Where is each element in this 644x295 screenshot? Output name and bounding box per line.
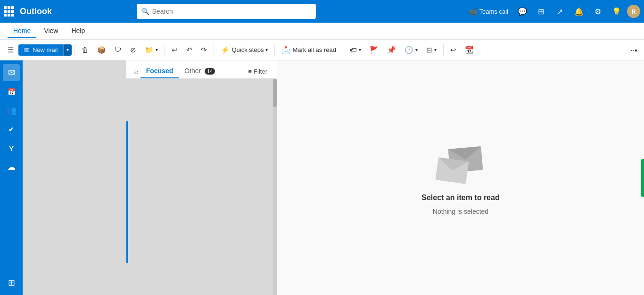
- sidebar-item-people[interactable]: 👥: [3, 102, 20, 119]
- mail-nav-icon: ✉: [8, 67, 15, 78]
- flag-icon: 🚩: [370, 46, 379, 54]
- ribbon-collapse-button[interactable]: ▲: [630, 45, 642, 54]
- main-content: ✉ 📅 👥 ✔ Y ☁ ⊞ ○ Focused Other 14: [0, 60, 644, 295]
- filter-button[interactable]: ≡ Filter: [245, 66, 271, 77]
- redo-icon: ↷: [201, 46, 207, 54]
- search-box[interactable]: 🔍: [137, 4, 316, 19]
- share-icon: ↗: [555, 7, 565, 16]
- bell-icon: 🔔: [574, 7, 584, 16]
- scroll-thumb[interactable]: [273, 79, 277, 107]
- junk-button[interactable]: 🛡: [111, 44, 125, 56]
- lightbulb-icon: 💡: [612, 7, 621, 16]
- teams-call-button[interactable]: 📹 Teams call: [464, 4, 512, 19]
- divider-4: [274, 44, 275, 56]
- sidebar-item-yammer[interactable]: Y: [3, 140, 20, 157]
- divider-3: [214, 44, 214, 56]
- chevron-down-icon-qs: ▾: [265, 47, 268, 52]
- topbar-right: 📹 Teams call 💬 ⊞ ↗ 🔔 ⚙ 💡 R: [464, 4, 640, 19]
- tag-icon: 🏷: [350, 46, 357, 54]
- sidebar-item-calendar[interactable]: 📅: [3, 83, 20, 100]
- ribbon-tabs: Home View Help: [0, 23, 644, 40]
- envelope-illustration: [432, 141, 489, 188]
- junk-icon: 🛡: [115, 46, 122, 54]
- hamburger-icon: ☰: [8, 46, 14, 54]
- undo3-button[interactable]: ↩: [446, 44, 460, 56]
- filter-label: Filter: [254, 68, 267, 75]
- undo3-icon: ↩: [450, 46, 456, 54]
- chevron-down-icon-tag: ▾: [359, 47, 361, 52]
- sidebar-item-todo[interactable]: ✔: [3, 121, 20, 138]
- todo-nav-icon: ✔: [8, 126, 14, 133]
- undo-button[interactable]: ↩: [168, 44, 182, 56]
- scroll-track[interactable]: [273, 79, 277, 295]
- topbar: Outlook 🔍 📹 Teams call 💬 ⊞ ↗ 🔔 ⚙ 💡 R: [0, 0, 644, 23]
- chevron-down-icon-cat: ▾: [434, 47, 437, 52]
- tab-home[interactable]: Home: [8, 24, 36, 38]
- new-mail-label: New mail: [33, 46, 58, 53]
- sidebar-item-mail[interactable]: ✉: [3, 64, 20, 81]
- chevron-up-icon: ▲: [634, 47, 638, 52]
- video-icon: 📹: [468, 7, 478, 16]
- mail-list-area: ○ Focused Other 14 ≡ Filter: [126, 60, 277, 295]
- share-button[interactable]: ↗: [552, 4, 569, 19]
- calendar-icon: 📆: [465, 46, 474, 54]
- archive-button[interactable]: 📦: [93, 44, 110, 56]
- tab-help[interactable]: Help: [66, 24, 91, 38]
- redo-button[interactable]: ↷: [197, 44, 211, 56]
- undo2-button[interactable]: ↶: [182, 44, 196, 56]
- trash-icon: 🗑: [82, 46, 89, 54]
- sidebar-item-apps[interactable]: ⊞: [3, 274, 20, 291]
- toolbar: ☰ ✉ New mail ▾ 🗑 📦 🛡 ⊘ 📁 ▾ ↩ ↶ ↷: [0, 40, 644, 60]
- calendar-view-button[interactable]: 📆: [461, 44, 478, 56]
- avatar[interactable]: R: [627, 5, 640, 18]
- lightbulb-button[interactable]: 💡: [608, 4, 625, 19]
- move-icon: 📁: [145, 46, 154, 54]
- undo2-icon: ↶: [186, 46, 192, 54]
- mark-all-read-label: Mark all as read: [292, 46, 336, 53]
- tag-button[interactable]: 🏷 ▾: [346, 44, 365, 56]
- folder-pane: [23, 60, 126, 295]
- categorize-icon: ⊟: [426, 46, 432, 54]
- chevron-down-icon: ▾: [66, 47, 69, 52]
- quick-steps-label: Quick steps: [231, 46, 264, 53]
- settings-button[interactable]: ⚙: [589, 4, 606, 19]
- tab-view[interactable]: View: [38, 24, 64, 38]
- tab-other[interactable]: Other 14: [179, 64, 221, 78]
- sidebar-item-onedrive[interactable]: ☁: [3, 159, 20, 176]
- lightning-icon: ⚡: [221, 46, 230, 54]
- app-grid-icon[interactable]: [4, 6, 14, 17]
- clock-icon: 🕐: [405, 46, 413, 54]
- feedback-icon: 💬: [518, 7, 527, 16]
- delete-button[interactable]: 🗑: [78, 44, 92, 56]
- flag-button[interactable]: 🚩: [366, 44, 382, 56]
- snooze-button[interactable]: 🕐 ▾: [401, 44, 421, 56]
- sidebar-nav: ✉ 📅 👥 ✔ Y ☁ ⊞: [0, 60, 23, 295]
- categorize-button[interactable]: ⊟ ▾: [422, 44, 440, 56]
- block-icon: ⊘: [130, 46, 136, 54]
- mark-all-read-button[interactable]: 📩 Mark all as read: [278, 44, 339, 56]
- feedback-button[interactable]: 💬: [514, 4, 531, 19]
- move-to-button[interactable]: 📁 ▾: [141, 44, 162, 56]
- new-mail-group: ✉ New mail ▾: [18, 44, 72, 56]
- people-nav-icon: 👥: [6, 105, 17, 116]
- reading-pane: Select an item to read Nothing is select…: [277, 60, 644, 295]
- quick-steps-button[interactable]: ⚡ Quick steps ▾: [217, 44, 272, 56]
- pin-button[interactable]: 📌: [383, 44, 400, 56]
- undo-icon: ↩: [172, 46, 178, 54]
- calendar-nav-icon: 📅: [8, 88, 16, 95]
- search-input[interactable]: [152, 8, 311, 15]
- chevron-down-icon-move: ▾: [156, 47, 158, 52]
- notifications-button[interactable]: 🔔: [570, 4, 587, 19]
- new-mail-dropdown-button[interactable]: ▾: [63, 44, 72, 56]
- green-accent: [641, 159, 644, 197]
- new-mail-button[interactable]: ✉ New mail: [18, 44, 63, 56]
- office-apps-button[interactable]: ⊞: [533, 4, 550, 19]
- sidebar-toggle-button[interactable]: ☰: [4, 44, 17, 56]
- block-button[interactable]: ⊘: [126, 44, 140, 56]
- yammer-nav-icon: Y: [9, 144, 14, 152]
- selection-indicator: [126, 121, 128, 263]
- mail-list-tabs: ○ Focused Other 14 ≡ Filter: [126, 60, 277, 79]
- tab-focused[interactable]: Focused: [140, 64, 179, 78]
- mail-icon: ✉: [24, 46, 30, 54]
- filter-icon: ≡: [248, 68, 252, 75]
